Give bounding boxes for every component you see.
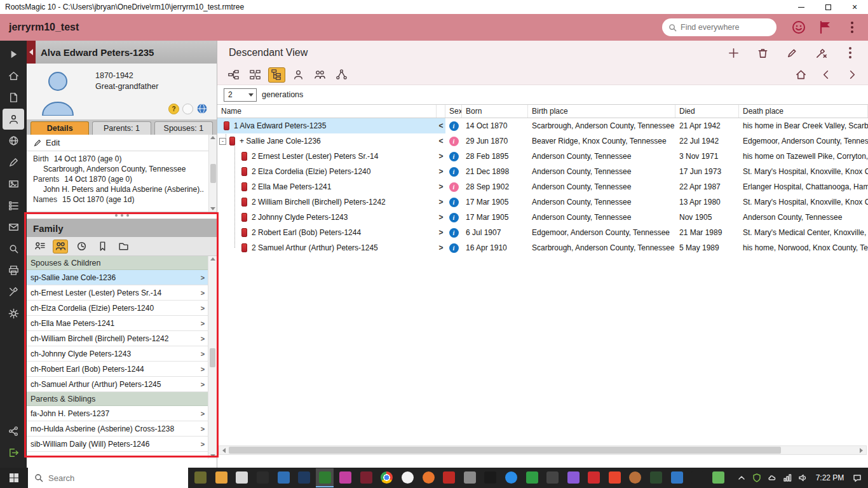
descendant-row[interactable]: 2 Robert Earl (Bob) Peters-1244>i6 Jul 1… <box>217 225 868 240</box>
descendant-row[interactable]: 2 Ella Mae Peters-1241>i28 Sep 1902Ander… <box>217 179 868 194</box>
family-scrollbar[interactable] <box>208 256 217 459</box>
chevron-right-icon[interactable]: > <box>198 365 208 373</box>
family-row[interactable]: mo-Hulda Asberine (Asberine) Cross-1238> <box>27 421 208 437</box>
webhints-globe-icon[interactable] <box>196 103 208 114</box>
sidebar-item-media[interactable] <box>3 173 24 194</box>
family-row[interactable]: ch-Robert Earl (Bob) Peters-1244> <box>27 362 208 377</box>
individual-view-button[interactable] <box>290 67 307 83</box>
chevron-right-icon[interactable]: > <box>198 335 208 342</box>
descendant-row[interactable]: 2 Ernest Lester (Lester) Peters Sr.-14>i… <box>217 149 868 164</box>
chevron-right-icon[interactable]: > <box>198 350 208 358</box>
taskbar-app-4[interactable] <box>254 468 272 487</box>
sidebar-item-places[interactable] <box>3 130 24 151</box>
taskbar-app-15[interactable] <box>482 468 499 487</box>
info-icon[interactable]: i <box>449 243 459 253</box>
row-chevron[interactable]: > <box>437 149 445 164</box>
family-row[interactable]: sp-Sallie Jane Cole-1236> <box>27 270 208 285</box>
family-row[interactable]: ch-Elza Cordelia (Elzie) Peters-1240> <box>27 301 208 316</box>
chevron-right-icon[interactable]: > <box>198 410 208 417</box>
scroll-down-icon[interactable] <box>210 207 215 210</box>
history-button[interactable] <box>74 240 89 254</box>
row-chevron[interactable]: > <box>437 179 445 194</box>
descendant-row[interactable]: -+ Sallie Jane Cole-1236<i29 Jun 1870Bea… <box>217 133 868 149</box>
sidebar-item-publish[interactable] <box>3 260 24 281</box>
network-icon[interactable] <box>783 473 792 482</box>
header-menu-button[interactable] <box>844 19 860 36</box>
taskbar-app-10[interactable] <box>378 468 396 487</box>
delete-person-button[interactable] <box>755 45 770 60</box>
info-icon[interactable]: i <box>449 213 459 222</box>
family-row[interactable]: fa-John H. Peters-1237> <box>27 406 208 421</box>
tree-view-button[interactable] <box>333 67 350 83</box>
taskbar-app-18[interactable] <box>544 468 562 487</box>
taskbar-app-5[interactable] <box>275 468 292 487</box>
chevron-right-icon[interactable]: > <box>198 320 208 327</box>
taskbar-app-7[interactable] <box>316 468 334 487</box>
taskbar-search[interactable] <box>28 468 188 488</box>
tab-parents[interactable]: Parents: 1 <box>92 121 151 135</box>
info-icon[interactable]: i <box>449 121 459 131</box>
taskbar-app-22[interactable] <box>627 468 644 487</box>
find-everywhere-search[interactable] <box>662 18 776 36</box>
column-sex[interactable]: Sex <box>445 105 462 118</box>
pedigree-view-button[interactable] <box>225 67 242 83</box>
chevron-right-icon[interactable]: > <box>198 425 208 433</box>
question-badge-icon[interactable]: ? <box>168 104 179 114</box>
tab-spouses[interactable]: Spouses: 1 <box>154 121 213 135</box>
column-name[interactable]: Name <box>217 105 437 118</box>
shield-icon[interactable] <box>752 473 761 482</box>
edit-person-button[interactable] <box>784 45 799 60</box>
row-chevron[interactable]: > <box>437 210 445 225</box>
maximize-button[interactable] <box>815 0 841 14</box>
taskbar-app-17[interactable] <box>523 468 541 487</box>
taskbar-app-19[interactable] <box>564 468 582 487</box>
taskbar-app-6[interactable] <box>295 468 313 487</box>
row-chevron[interactable]: > <box>437 194 445 210</box>
descendant-row[interactable]: 2 William Birchell (Birchell) Peters-124… <box>217 194 868 210</box>
sidebar-item-search[interactable] <box>3 238 24 259</box>
tray-expand-icon[interactable] <box>737 473 746 482</box>
taskbar-app-1[interactable] <box>192 468 210 487</box>
sidebar-item-people[interactable] <box>3 109 24 130</box>
couple-view-button[interactable] <box>311 67 329 83</box>
family-row[interactable]: ch-William Birchell (Birchell) Peters-12… <box>27 331 208 346</box>
taskbar-app-13[interactable] <box>440 468 458 487</box>
row-chevron[interactable]: > <box>437 225 445 240</box>
taskbar-app-26[interactable] <box>709 468 727 487</box>
family-row[interactable]: ch-Johnny Clyde Peters-1243> <box>27 346 208 362</box>
chevron-right-icon[interactable]: > <box>198 440 208 448</box>
column-died[interactable]: Died <box>675 105 739 118</box>
cloud-icon[interactable] <box>768 473 776 482</box>
view-menu-button[interactable] <box>843 45 858 60</box>
close-button[interactable]: × <box>841 0 868 14</box>
sidebar-collapse-button[interactable] <box>3 44 24 65</box>
panel-splitter[interactable] <box>27 212 217 219</box>
descendant-row[interactable]: 1 Alva Edward Peters-1235<i14 Oct 1870Sc… <box>217 118 868 133</box>
column-birth-place[interactable]: Birth place <box>528 105 675 118</box>
sidebar-item-plugins[interactable] <box>3 421 24 442</box>
info-icon[interactable]: i <box>449 228 459 238</box>
descendant-row[interactable]: 2 Samuel Arthur (Arthur) Peters-1245>i16… <box>217 240 868 255</box>
family-view-button[interactable] <box>247 67 264 83</box>
scroll-up-icon[interactable] <box>210 136 215 139</box>
taskbar-app-23[interactable] <box>648 468 665 487</box>
taskbar-app-25[interactable] <box>689 468 707 487</box>
column-born[interactable]: Born <box>462 105 528 118</box>
row-chevron[interactable]: < <box>437 118 445 133</box>
fact-parents[interactable]: Parents14 Oct 1870 (age 0) <box>33 174 204 184</box>
info-icon[interactable]: i <box>449 167 459 177</box>
unlink-button[interactable] <box>813 45 829 60</box>
info-icon[interactable]: i <box>449 152 459 161</box>
scroll-down-icon[interactable] <box>210 454 215 458</box>
scroll-thumb[interactable] <box>210 164 216 183</box>
info-icon[interactable]: i <box>449 182 459 192</box>
add-person-button[interactable] <box>726 45 741 60</box>
action-center-icon[interactable] <box>853 473 862 482</box>
news-button[interactable] <box>817 19 834 36</box>
scroll-right-icon[interactable] <box>857 446 866 454</box>
tree-expander-icon[interactable]: - <box>219 138 226 145</box>
family-row[interactable]: sib-William Daily (Will) Peters-1246> <box>27 437 208 452</box>
scroll-thumb[interactable] <box>210 348 215 367</box>
forward-button[interactable] <box>844 67 859 83</box>
taskbar-app-12[interactable] <box>419 468 437 487</box>
